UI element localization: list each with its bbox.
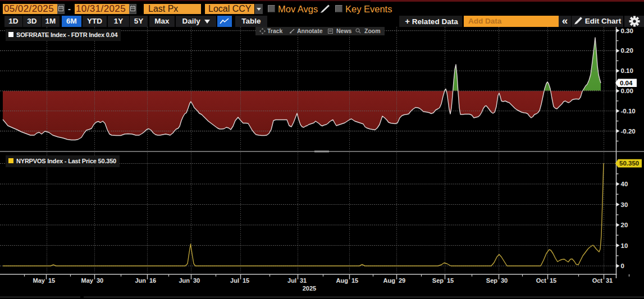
svg-text:31: 31: [300, 277, 307, 284]
svg-text:30: 30: [97, 277, 103, 284]
svg-text:15: 15: [550, 277, 556, 284]
svg-text:Oct: Oct: [592, 277, 603, 284]
svg-text:15: 15: [447, 277, 454, 284]
svg-text:Sep: Sep: [486, 277, 497, 284]
svg-text:0.10: 0.10: [621, 67, 633, 74]
svg-text:30: 30: [193, 277, 200, 284]
svg-text:0: 0: [621, 263, 624, 269]
svg-text:May: May: [33, 277, 45, 284]
svg-text:May: May: [81, 277, 94, 284]
svg-text:Sep: Sep: [432, 277, 444, 284]
svg-text:30: 30: [501, 277, 508, 284]
svg-text:Jul: Jul: [287, 277, 296, 284]
svg-text:2025: 2025: [303, 285, 316, 292]
svg-text:15: 15: [48, 277, 55, 284]
svg-text:Jun: Jun: [179, 277, 190, 284]
svg-text:Oct: Oct: [536, 277, 547, 284]
svg-text:-0.10: -0.10: [621, 108, 636, 114]
svg-text:Jun: Jun: [135, 277, 146, 284]
svg-text:10: 10: [621, 242, 628, 249]
svg-text:15: 15: [243, 277, 249, 284]
svg-text:0.00: 0.00: [621, 88, 633, 94]
svg-text:16: 16: [149, 277, 156, 284]
svg-text:31: 31: [606, 277, 613, 284]
svg-text:40: 40: [621, 181, 628, 187]
svg-text:0.30: 0.30: [621, 27, 633, 34]
svg-text:0.20: 0.20: [621, 47, 633, 54]
svg-text:Aug: Aug: [383, 277, 395, 284]
svg-text:Aug: Aug: [336, 277, 348, 284]
svg-text:-0.20: -0.20: [621, 128, 636, 135]
svg-text:0.04: 0.04: [620, 80, 633, 86]
svg-text:15: 15: [351, 277, 358, 284]
svg-text:50.350: 50.350: [619, 160, 639, 167]
svg-text:29: 29: [399, 277, 405, 284]
svg-text:20: 20: [621, 222, 628, 228]
svg-text:Jul: Jul: [230, 277, 239, 284]
svg-text:30: 30: [621, 201, 628, 208]
